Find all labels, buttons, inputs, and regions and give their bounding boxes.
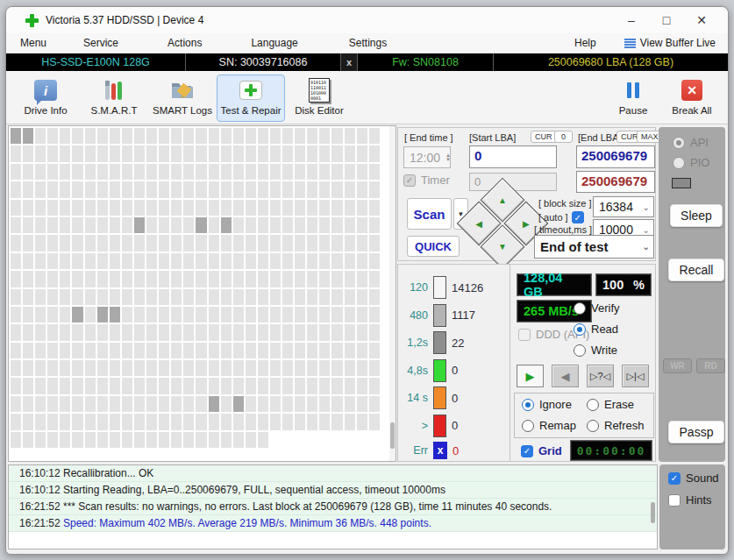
title-bar: Victoria 5.37 HDD/SSD | Device 4 – □ ✕ [6,7,728,33]
menu-item-menu[interactable]: Menu [13,35,53,51]
scan-button[interactable]: Scan [407,198,452,230]
grid-scrollbar[interactable] [389,126,396,461]
infobar-close-button[interactable]: x [341,53,358,71]
binary-text: 010110 110011 101000 0001 [309,78,330,103]
hints-checkbox[interactable]: Hints [668,493,712,507]
scan-block [122,128,132,144]
pause-button[interactable]: Pause [605,74,661,122]
refresh-radio[interactable]: Refresh [587,419,645,432]
maximize-button[interactable]: □ [649,8,684,32]
stat-row-480: 4801117 [398,304,510,327]
scan-block [35,396,46,412]
sound-checkbox[interactable]: ✓ Sound [668,471,719,485]
view-buffer-live-label: View Buffer Live [640,37,716,49]
start-button[interactable]: ▶ [517,365,544,387]
back-button[interactable]: ◀ [552,365,579,387]
scan-block [85,414,96,429]
scan-block [134,307,145,323]
start-lba-cur-button[interactable]: CUR [531,131,557,143]
menu-item-service[interactable]: Service [76,35,125,51]
start-lba-input[interactable]: 0 [469,145,557,168]
log-scrollbar[interactable] [651,465,656,549]
scan-block [233,343,244,358]
scan-block [122,343,132,358]
scan-block [183,164,194,180]
wr-button[interactable]: WR [663,358,692,373]
scan-block [246,432,256,448]
menu-item-actions[interactable]: Actions [160,35,209,51]
scan-block [171,128,182,144]
write-radio[interactable]: Write [574,344,617,357]
drive-info-button[interactable]: i Drive Info [11,74,80,122]
scan-block [183,289,194,305]
passp-button[interactable]: Passp [668,421,724,443]
info-bubble-icon: i [32,78,59,103]
close-button[interactable]: ✕ [684,8,719,32]
stat-label: 120 [398,281,428,294]
minimize-button[interactable]: – [614,8,649,32]
end-time-label: [ End time ] [404,132,453,143]
scan-block [134,271,145,287]
smart-button[interactable]: S.M.A.R.T [80,74,148,122]
scan-block [183,360,194,376]
ignore-radio[interactable]: Ignore [522,398,572,411]
end-lba-input[interactable]: 250069679 [576,145,655,168]
scan-block [60,181,70,197]
menu-item-language[interactable]: Language [244,35,304,51]
quick-button[interactable]: QUICK [407,236,460,257]
block-size-combo[interactable]: 16384⌄ [593,196,654,217]
scan-block [183,128,194,144]
auto-checkbox[interactable]: [ auto ] ✓ [538,211,584,223]
scan-block [319,396,330,412]
scan-block [72,271,82,287]
scan-block [171,164,182,180]
scan-block [110,253,120,269]
scan-block [331,414,342,429]
scan-block [270,128,281,144]
scan-block [35,414,46,429]
seek-error-button[interactable]: ▷?◁ [587,365,614,387]
erase-radio[interactable]: Erase [587,398,634,411]
verify-radio[interactable]: Verify [574,301,620,315]
scan-block [307,145,317,161]
scan-block [345,307,355,323]
rd-button[interactable]: RD [696,358,725,373]
right-arrow-icon: ▶ [523,219,530,229]
scan-block [134,253,145,269]
scan-block [319,378,330,393]
device-firmware: Fw: SN08108 [358,53,494,71]
pio-radio[interactable]: PIO [673,156,709,169]
start-lba-zero-button[interactable]: 0 [554,131,573,143]
scan-block [369,378,380,393]
end-time-spinner[interactable]: 12:00 ▲▼ [403,146,451,168]
scan-block [196,378,206,393]
menu-item-settings[interactable]: Settings [342,35,394,51]
scan-block [270,343,281,358]
scan-block [258,307,268,323]
end-of-test-combo[interactable]: End of test⌄ [534,235,654,259]
smart-logs-button[interactable]: SMART Logs [148,74,217,122]
scan-block [134,217,145,233]
menu-item-help[interactable]: Help [567,35,603,51]
scan-block [270,253,281,269]
read-radio[interactable]: Read [574,323,618,336]
timer-checkbox[interactable]: ✓ Timer [403,174,450,187]
disk-editor-button[interactable]: 010110 110011 101000 0001 Disk Editor [285,74,353,122]
seek-end-button[interactable]: ▷|◁ [622,365,649,387]
api-radio[interactable]: API [673,136,709,149]
remap-radio[interactable]: Remap [522,419,576,432]
test-repair-button[interactable]: Test & Repair [217,74,285,122]
sleep-button[interactable]: Sleep [670,204,723,227]
recall-button[interactable]: Recall [668,259,724,281]
scan-block [331,200,342,216]
scan-block [258,200,268,216]
scan-block [11,324,21,340]
spinner-arrows-icon[interactable]: ▲▼ [445,153,451,162]
view-buffer-live-button[interactable]: View Buffer Live [624,37,716,49]
break-all-button[interactable]: ✕ Break All [661,74,723,122]
scan-block [23,289,33,305]
scan-block [221,307,232,323]
grid-checkbox[interactable]: ✓ Grid [521,444,562,457]
scan-block [171,181,182,197]
scan-block [345,253,355,269]
